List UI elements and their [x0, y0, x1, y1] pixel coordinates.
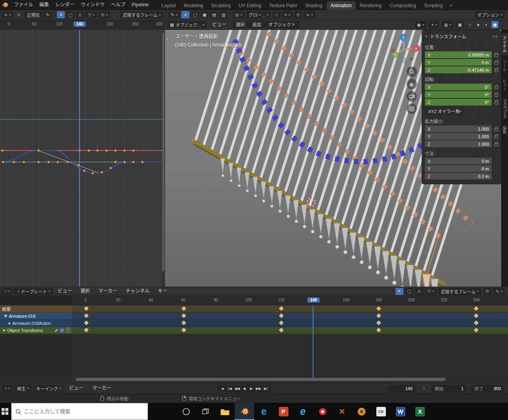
start-button[interactable]	[2, 408, 8, 415]
select-subtract-mode-button[interactable]: ▤	[210, 11, 218, 18]
dope-nearest-frame-dropdown[interactable]: 近接するフレーム▾	[438, 288, 481, 295]
graph-scrollbar[interactable]	[162, 33, 164, 287]
dope-proportional-button[interactable]: ⊙	[483, 288, 491, 295]
menu-window[interactable]: ウィンドウ	[78, 0, 108, 10]
hamburger-menu-icon[interactable]: ≡	[15, 11, 23, 18]
taskbar-cd-app[interactable]: CD	[371, 403, 391, 420]
rotation-z-field[interactable]: Z0°	[425, 99, 492, 105]
editor-type-timeline-dropdown[interactable]: ◔▾	[2, 385, 12, 392]
taskbar-edge[interactable]: e	[254, 403, 274, 420]
current-frame-field[interactable]: 140	[387, 385, 417, 392]
normalize-button[interactable]: 正規化	[24, 11, 42, 18]
sidebar-tab-item[interactable]: アイテム	[501, 33, 508, 55]
tab-texture-paint[interactable]: Texture Paint	[265, 1, 301, 10]
playback-dropdown[interactable]: 再生▾	[15, 385, 31, 392]
lock-icon[interactable]	[494, 102, 498, 104]
select-intersect-mode-button[interactable]: ▥	[220, 11, 228, 18]
add-menu[interactable]: 追加	[249, 21, 265, 29]
timeline-view-menu[interactable]: ビュー	[66, 383, 87, 393]
rotation-x-field[interactable]: X0°	[425, 84, 492, 90]
gizmos-dropdown[interactable]: ⌖▾	[429, 21, 439, 28]
jump-to-end-button[interactable]: ▶|	[263, 385, 269, 392]
menu-file[interactable]: ファイル	[11, 0, 36, 10]
taskbar-blender[interactable]	[235, 403, 254, 420]
keyframe[interactable]	[181, 306, 186, 311]
scale-y-field[interactable]: Y1.000	[425, 133, 492, 140]
proportional-edit-button[interactable]: ⊙	[294, 11, 302, 18]
taskbar-task-view[interactable]	[196, 403, 215, 420]
current-frame-badge[interactable]: 140	[74, 21, 86, 27]
lock-icon[interactable]	[494, 94, 498, 97]
shading-wireframe-button[interactable]: ○	[466, 21, 473, 28]
timeline-marker-menu[interactable]: マーカー	[89, 383, 115, 393]
lock-icon[interactable]	[494, 86, 498, 89]
use-preview-range-clock-button[interactable]: ◔	[420, 385, 428, 392]
keyframe[interactable]	[474, 328, 478, 332]
keyframe[interactable]	[279, 320, 283, 325]
shading-rendered-button[interactable]: ◉	[491, 21, 498, 28]
editor-type-dope-dropdown[interactable]: ∷▾	[2, 288, 12, 295]
keyframe[interactable]	[376, 320, 381, 325]
play-button[interactable]: ▶	[248, 385, 255, 392]
keying-dropdown[interactable]: キーイング▾	[34, 385, 64, 392]
blender-logo-icon[interactable]	[2, 2, 8, 8]
transform-orientation-dropdown[interactable]: グロー...▾	[246, 11, 271, 18]
jump-to-start-button[interactable]: |◀	[227, 385, 233, 392]
keyframe[interactable]	[181, 313, 186, 318]
dimension-x-field[interactable]: X0 m	[425, 158, 492, 164]
box-select-tool-button[interactable]: ▢	[66, 11, 74, 18]
lock-icon[interactable]	[494, 54, 498, 57]
graph-canvas[interactable]	[0, 30, 165, 287]
dope-select-menu[interactable]: 選択	[77, 286, 93, 296]
pan-hand-button[interactable]	[407, 79, 417, 89]
lock-icon[interactable]	[494, 69, 498, 72]
xray-toggle-button[interactable]: ▣	[456, 21, 464, 28]
axis-minus-z[interactable]	[403, 58, 407, 63]
dope-channel-menu[interactable]: チャンネル	[123, 286, 153, 296]
shading-material-button[interactable]: ◐	[483, 21, 490, 28]
mode-dropdown[interactable]: ▦オブジェク...▾	[167, 21, 207, 28]
previous-keyframe-button[interactable]: ◀◀	[234, 385, 240, 392]
next-keyframe-button[interactable]: ▶▶	[255, 385, 262, 392]
keyframe[interactable]	[181, 320, 186, 325]
toolbar-collapse-arrow[interactable]: ‹	[166, 35, 168, 41]
snap-magnet-button[interactable]: ∩	[272, 11, 280, 18]
tab-uv-editing[interactable]: UV Editing	[235, 1, 265, 10]
keyframe[interactable]	[279, 306, 283, 311]
select-extend-mode-button[interactable]: ▣	[200, 11, 208, 18]
tab-compositing[interactable]: Compositing	[385, 1, 420, 10]
dope-falloff-dropdown[interactable]: ∿▾	[493, 288, 505, 295]
pivot-point-dropdown[interactable]: ◎▾	[233, 11, 245, 18]
dope-marker-menu[interactable]: マーカー	[95, 286, 121, 296]
editor-type-graph-dropdown[interactable]: ∿▾	[2, 11, 13, 18]
object-menu[interactable]: オブジェクト	[265, 21, 300, 29]
tab-scripting[interactable]: Scripting	[420, 1, 447, 10]
taskbar-file-explorer[interactable]	[215, 403, 235, 420]
lock-icon[interactable]	[494, 62, 498, 64]
navigation-gizmo[interactable]: Z X Y	[387, 32, 421, 64]
frame-end-field[interactable]: 終了300	[471, 385, 505, 392]
dope-warning-toggle[interactable]: ⚠	[415, 288, 423, 295]
shading-solid-button[interactable]: ●	[475, 21, 482, 28]
lock-icon[interactable]	[494, 128, 498, 131]
keyframe[interactable]	[84, 320, 88, 325]
axis-minus-y[interactable]	[409, 56, 413, 61]
frame-start-field[interactable]: 開始1	[431, 385, 467, 392]
disclosure-arrow-icon[interactable]: ▶	[3, 328, 6, 332]
dope-horizontal-scrollbar[interactable]	[76, 378, 446, 381]
dope-view-menu[interactable]: ビュー	[54, 286, 75, 296]
keyframe[interactable]	[181, 328, 186, 332]
options-dropdown[interactable]: オプション▾	[475, 11, 505, 18]
menu-edit[interactable]: 編集	[36, 0, 52, 10]
camera-view-button[interactable]	[407, 91, 417, 102]
dope-box-select-button[interactable]: ▢	[405, 288, 413, 295]
keyframe[interactable]	[279, 328, 283, 332]
filter-dropdown[interactable]: ▽▾	[86, 11, 97, 18]
lock-icon[interactable]	[494, 136, 498, 139]
rotation-mode-dropdown[interactable]: XYZ オイラー角▾	[425, 107, 464, 115]
search-input[interactable]	[24, 408, 144, 414]
channel-enable-checkbox[interactable]: ✓	[60, 328, 64, 332]
ortho-grid-button[interactable]	[407, 104, 417, 114]
warning-toggle-button[interactable]: ⚠	[76, 11, 84, 18]
panel-menu-icon[interactable]: ≡≡	[492, 34, 498, 39]
